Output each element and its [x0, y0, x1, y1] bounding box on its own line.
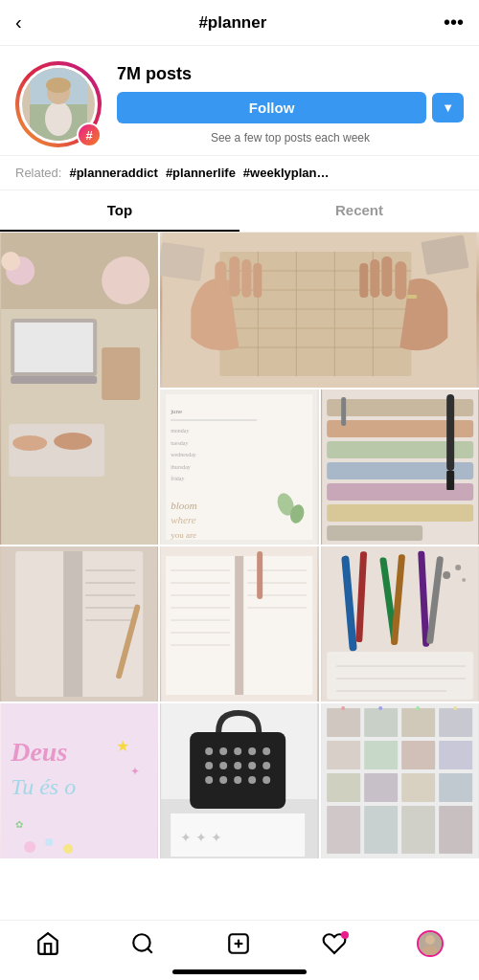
svg-point-133 — [205, 776, 213, 784]
svg-rect-83 — [235, 556, 243, 695]
svg-rect-155 — [401, 806, 435, 854]
svg-point-157 — [341, 706, 345, 710]
svg-rect-156 — [439, 806, 472, 854]
svg-rect-146 — [364, 741, 398, 769]
svg-text:you are: you are — [171, 530, 196, 540]
tab-top[interactable]: Top — [0, 190, 240, 232]
nav-heart[interactable] — [322, 931, 347, 956]
related-section: Related: #planneraddict #plannerlife #we… — [0, 155, 479, 190]
page-title: #planner — [198, 13, 266, 33]
add-icon — [226, 931, 251, 956]
post-image-6 — [160, 546, 318, 702]
post-image-7 — [321, 546, 479, 702]
follow-subtitle: See a few top posts each week — [117, 131, 464, 145]
related-tag-2[interactable]: #plannerlife — [166, 166, 236, 180]
svg-point-14 — [102, 256, 149, 304]
svg-point-5 — [46, 78, 71, 93]
svg-text:friday: friday — [171, 476, 184, 481]
search-icon — [130, 931, 155, 956]
svg-rect-73 — [63, 551, 82, 697]
tab-recent[interactable]: Recent — [240, 190, 479, 232]
grid-post-7[interactable] — [321, 546, 479, 702]
svg-rect-33 — [396, 261, 407, 300]
svg-point-136 — [248, 776, 256, 784]
svg-text:monday: monday — [171, 428, 189, 434]
nav-home[interactable] — [35, 931, 60, 956]
grid-post-9[interactable]: ✦ ✦ ✦ — [160, 703, 318, 858]
svg-point-118 — [45, 838, 53, 846]
back-button[interactable]: ‹ — [15, 11, 22, 33]
svg-point-135 — [234, 776, 241, 784]
svg-point-167 — [425, 935, 435, 945]
nav-search[interactable] — [130, 931, 155, 956]
more-button[interactable]: ••• — [444, 11, 464, 33]
post-image-5 — [0, 546, 158, 702]
post-image-4 — [321, 390, 479, 545]
follow-button[interactable]: Follow — [117, 92, 426, 123]
svg-point-160 — [453, 706, 457, 710]
post-image-1 — [0, 233, 158, 545]
svg-point-134 — [219, 776, 227, 784]
posts-count: 7M posts — [117, 64, 464, 84]
svg-rect-142 — [364, 708, 398, 737]
avatar-wrapper: # — [15, 61, 102, 147]
svg-rect-10 — [11, 376, 97, 384]
svg-rect-81 — [166, 556, 235, 695]
svg-point-17 — [1, 252, 20, 271]
svg-rect-31 — [242, 259, 252, 298]
svg-text:where: where — [171, 514, 196, 525]
svg-point-104 — [455, 565, 461, 570]
svg-rect-152 — [439, 773, 472, 802]
svg-rect-143 — [401, 708, 435, 737]
svg-point-131 — [248, 762, 256, 769]
grid-post-5[interactable] — [0, 546, 158, 702]
related-tags: #planneraddict #plannerlife #weeklyplan… — [69, 166, 329, 180]
svg-point-158 — [378, 706, 382, 710]
svg-rect-15 — [102, 347, 140, 400]
tabs: Top Recent — [0, 190, 479, 233]
grid-post-6[interactable] — [160, 546, 318, 702]
svg-point-125 — [234, 747, 241, 755]
nav-profile[interactable] — [417, 930, 444, 957]
svg-text:june: june — [170, 408, 182, 415]
svg-text:thursday: thursday — [171, 464, 191, 470]
post-image-2 — [160, 233, 479, 388]
hashtag-badge: # — [77, 122, 102, 147]
svg-line-162 — [148, 948, 152, 953]
svg-text:✿: ✿ — [15, 819, 23, 830]
svg-rect-148 — [439, 741, 472, 769]
svg-rect-64 — [341, 397, 346, 426]
post-image-9: ✦ ✦ ✦ — [160, 703, 318, 858]
grid-post-4[interactable] — [321, 390, 479, 545]
svg-rect-144 — [439, 708, 472, 737]
svg-text:Deus: Deus — [10, 737, 67, 767]
svg-rect-34 — [382, 256, 393, 297]
svg-rect-106 — [327, 652, 473, 700]
home-indicator — [172, 969, 307, 974]
grid-post-2[interactable] — [160, 233, 479, 388]
svg-point-123 — [205, 747, 213, 755]
svg-rect-37 — [407, 295, 418, 299]
related-tag-1[interactable]: #planneraddict — [69, 166, 157, 180]
svg-rect-145 — [327, 741, 360, 769]
svg-rect-153 — [327, 806, 360, 854]
profile-info: 7M posts Follow ▼ See a few top posts ea… — [117, 64, 464, 145]
svg-point-159 — [416, 706, 420, 710]
svg-point-13 — [54, 433, 92, 450]
svg-text:✦: ✦ — [130, 765, 140, 778]
svg-rect-30 — [230, 256, 240, 297]
nav-add[interactable] — [226, 931, 251, 956]
svg-point-119 — [63, 844, 73, 854]
grid-post-10[interactable] — [321, 703, 479, 858]
svg-text:bloom: bloom — [171, 500, 197, 511]
grid-post-8[interactable]: Deus Tu és o ★ ✦ ✿ — [0, 703, 158, 858]
svg-text:wednesday: wednesday — [171, 452, 196, 457]
grid-post-1[interactable] — [0, 233, 158, 545]
header: ‹ #planner ••• — [0, 0, 479, 46]
related-tag-3[interactable]: #weeklyplan… — [243, 166, 330, 180]
grid-post-3[interactable]: june monday tuesday wednesday thursday f… — [160, 390, 318, 545]
svg-rect-62 — [446, 394, 454, 471]
post-image-10 — [321, 703, 479, 858]
follow-dropdown-button[interactable]: ▼ — [432, 93, 464, 122]
svg-rect-9 — [14, 323, 93, 372]
